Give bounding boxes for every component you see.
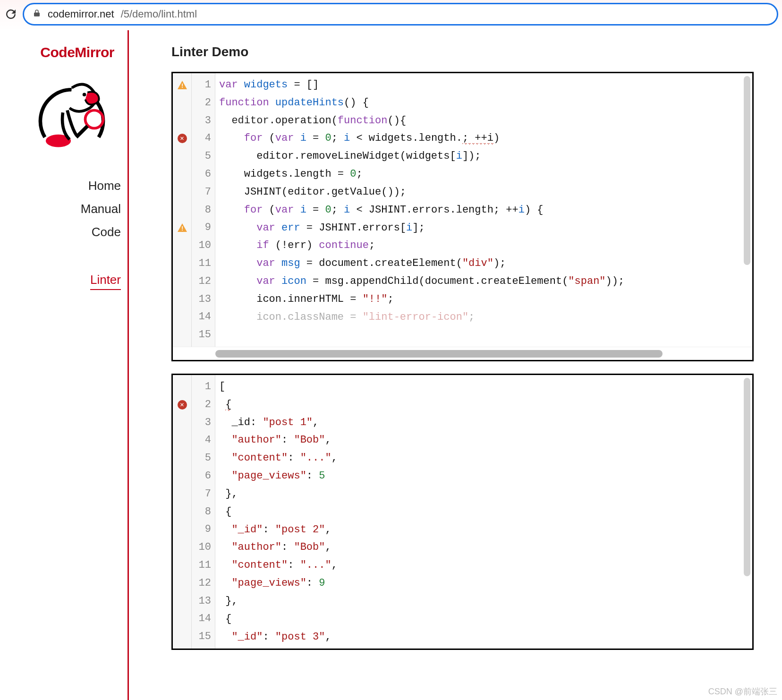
- line-number: 10: [192, 538, 211, 556]
- code-line[interactable]: function updateHints() {: [219, 94, 752, 112]
- code-line[interactable]: "content": "...",: [219, 556, 752, 574]
- code-line[interactable]: var icon = msg.appendChild(document.crea…: [219, 273, 752, 290]
- lint-warning-icon[interactable]: [173, 76, 191, 94]
- code-line[interactable]: if (!err) continue;: [219, 237, 752, 255]
- line-number: 5: [192, 449, 211, 467]
- logo: [20, 60, 124, 169]
- line-number: 2: [192, 396, 211, 414]
- line-number: 2: [192, 94, 211, 112]
- editor-json-line-numbers: 123456789101112131415: [192, 375, 215, 649]
- editor-js-hscrollbar-thumb[interactable]: [215, 350, 663, 358]
- line-number: 9: [192, 219, 211, 237]
- line-number: 15: [192, 628, 211, 646]
- address-bar[interactable]: codemirror.net/5/demo/lint.html: [23, 3, 778, 26]
- code-line[interactable]: JSHINT(editor.getValue());: [219, 183, 752, 201]
- line-number: 5: [192, 147, 211, 165]
- line-number: 11: [192, 556, 211, 574]
- line-number: 9: [192, 521, 211, 538]
- lint-error-icon[interactable]: ✕: [173, 129, 191, 147]
- line-number: 1: [192, 76, 211, 94]
- line-number: 7: [192, 183, 211, 201]
- code-line[interactable]: [: [219, 378, 752, 396]
- line-number: 14: [192, 610, 211, 628]
- svg-line-3: [76, 126, 88, 137]
- code-line[interactable]: {: [219, 396, 752, 414]
- line-number: 10: [192, 237, 211, 255]
- editor-json-code[interactable]: [ { _id: "post 1", "author": "Bob", "con…: [215, 375, 752, 649]
- code-line[interactable]: _id: "post 1",: [219, 414, 752, 432]
- code-line[interactable]: var widgets = []: [219, 76, 752, 94]
- code-line[interactable]: },: [219, 485, 752, 503]
- sidebar-nav: Home Manual Code Linter: [81, 169, 124, 290]
- line-number: 6: [192, 467, 211, 485]
- line-number: 6: [192, 165, 211, 183]
- nav-home[interactable]: Home: [88, 179, 121, 193]
- editor-js-vscrollbar[interactable]: [744, 76, 750, 265]
- code-line[interactable]: icon.className = "lint-error-icon";: [219, 308, 752, 326]
- editor-json-vscrollbar[interactable]: [744, 378, 750, 576]
- editor-js-hscrollbar-track[interactable]: [173, 347, 752, 360]
- line-number: 11: [192, 255, 211, 273]
- reload-icon[interactable]: [4, 7, 18, 21]
- code-line[interactable]: "_id": "post 3",: [219, 628, 752, 646]
- line-number: 1: [192, 378, 211, 396]
- code-line[interactable]: editor.operation(function(){: [219, 112, 752, 130]
- code-line[interactable]: editor.removeLineWidget(widgets[i]);: [219, 147, 752, 165]
- code-line[interactable]: {: [219, 503, 752, 521]
- line-number: 13: [192, 290, 211, 308]
- line-number: 8: [192, 503, 211, 521]
- line-number: 12: [192, 273, 211, 290]
- code-line[interactable]: for (var i = 0; i < JSHINT.errors.length…: [219, 201, 752, 219]
- code-line[interactable]: {: [219, 610, 752, 628]
- main-content: Linter Demo ✕ 123456789101112131415 var …: [129, 30, 782, 700]
- line-number: 13: [192, 592, 211, 610]
- line-number: 3: [192, 112, 211, 130]
- line-number: 4: [192, 129, 211, 147]
- code-line[interactable]: "content": "...",: [219, 449, 752, 467]
- code-line[interactable]: "author": "Bob",: [219, 431, 752, 449]
- editor-json[interactable]: ✕ 123456789101112131415 [ { _id: "post 1…: [171, 374, 754, 650]
- line-number: 14: [192, 308, 211, 326]
- editor-js[interactable]: ✕ 123456789101112131415 var widgets = []…: [171, 72, 754, 361]
- editor-js-line-numbers: 123456789101112131415: [192, 73, 215, 347]
- code-line[interactable]: var err = JSHINT.errors[i];: [219, 219, 752, 237]
- svg-point-1: [83, 93, 86, 96]
- nav-manual[interactable]: Manual: [81, 202, 121, 216]
- editor-js-lint-gutter: ✕: [173, 73, 192, 347]
- code-line[interactable]: var msg = document.createElement("div");: [219, 255, 752, 273]
- code-line[interactable]: icon.innerHTML = "!!";: [219, 290, 752, 308]
- line-number: 8: [192, 201, 211, 219]
- line-number: 12: [192, 574, 211, 592]
- code-line[interactable]: "page_views": 5: [219, 467, 752, 485]
- line-number: 3: [192, 414, 211, 432]
- code-line[interactable]: for (var i = 0; i < widgets.length.; ++i…: [219, 129, 752, 147]
- url-host: codemirror.net: [48, 8, 114, 20]
- editor-json-lint-gutter: ✕: [173, 375, 192, 649]
- lint-warning-icon[interactable]: [173, 219, 191, 237]
- nav-code[interactable]: Code: [92, 225, 121, 239]
- line-number: 7: [192, 485, 211, 503]
- lint-error-icon[interactable]: ✕: [173, 396, 191, 414]
- code-line[interactable]: "author": "Bob",: [219, 538, 752, 556]
- code-line[interactable]: },: [219, 592, 752, 610]
- code-line[interactable]: "page_views": 9: [219, 574, 752, 592]
- line-number: 4: [192, 431, 211, 449]
- svg-point-2: [85, 111, 103, 128]
- url-path: /5/demo/lint.html: [121, 8, 197, 20]
- browser-top-row: codemirror.net/5/demo/lint.html: [0, 0, 782, 30]
- brand-title: CodeMirror: [40, 44, 124, 60]
- code-line[interactable]: "_id": "post 2",: [219, 521, 752, 539]
- sidebar: CodeMirror Home Manual Code Linter: [0, 30, 129, 700]
- page-title: Linter Demo: [171, 44, 754, 60]
- line-number: 15: [192, 326, 211, 344]
- lock-icon: [33, 8, 41, 20]
- code-line[interactable]: widgets.length = 0;: [219, 165, 752, 183]
- watermark: CSDN @前端张三: [708, 686, 777, 697]
- nav-linter[interactable]: Linter: [90, 273, 121, 290]
- editor-js-code[interactable]: var widgets = []function updateHints() {…: [215, 73, 752, 347]
